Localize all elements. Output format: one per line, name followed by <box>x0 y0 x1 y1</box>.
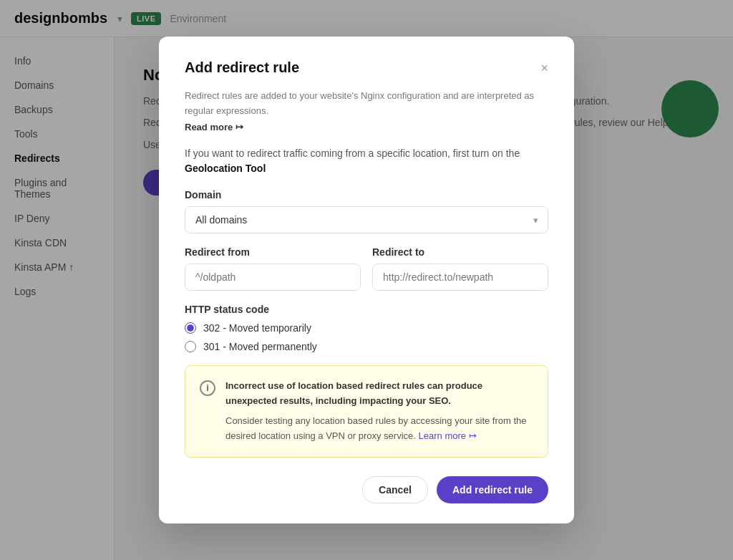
learn-more-link[interactable]: Learn more ↦ <box>419 430 477 441</box>
info-icon: i <box>200 380 215 396</box>
add-redirect-modal: Add redirect rule × Redirect rules are a… <box>159 37 574 523</box>
modal-header: Add redirect rule × <box>185 59 548 76</box>
radio-301[interactable]: 301 - Moved permanently <box>185 341 548 352</box>
modal-close-button[interactable]: × <box>540 62 548 74</box>
redirect-fields-row: Redirect from Redirect to <box>185 246 548 291</box>
modal-info-text: Redirect rules are added to your website… <box>185 89 548 119</box>
http-status-label: HTTP status code <box>185 304 548 315</box>
warning-box: i Incorrect use of location based redire… <box>185 365 548 458</box>
domain-field: Domain All domains ▾ <box>185 189 548 233</box>
redirect-from-label: Redirect from <box>185 246 361 258</box>
radio-302[interactable]: 302 - Moved temporarily <box>185 322 548 334</box>
modal-footer: Cancel Add redirect rule <box>185 470 548 503</box>
redirect-from-input[interactable] <box>185 264 361 291</box>
domain-select-wrapper: All domains ▾ <box>185 206 548 233</box>
http-status-section: HTTP status code 302 - Moved temporarily… <box>185 304 548 352</box>
add-redirect-rule-button[interactable]: Add redirect rule <box>437 476 548 503</box>
modal-overlay: Add redirect rule × Redirect rules are a… <box>0 0 733 560</box>
radio-302-input[interactable] <box>185 322 196 334</box>
cancel-button[interactable]: Cancel <box>362 476 428 503</box>
warning-body: Consider testing any location based rule… <box>225 414 533 444</box>
redirect-to-field: Redirect to <box>372 246 548 291</box>
warning-content: Incorrect use of location based redirect… <box>225 379 533 444</box>
radio-301-label: 301 - Moved permanently <box>203 341 317 352</box>
read-more-arrow-icon: ↦ <box>236 122 243 132</box>
redirect-to-input[interactable] <box>372 264 548 291</box>
modal-info-section: Redirect rules are added to your website… <box>185 89 548 133</box>
learn-more-arrow-icon: ↦ <box>469 430 477 441</box>
geolocation-notice: If you want to redirect traffic coming f… <box>185 146 548 176</box>
redirect-to-label: Redirect to <box>372 246 548 258</box>
redirect-from-field: Redirect from <box>185 246 361 291</box>
read-more-link[interactable]: Read more ↦ <box>185 122 243 132</box>
modal-title: Add redirect rule <box>185 59 299 76</box>
domain-label: Domain <box>185 189 548 201</box>
radio-301-input[interactable] <box>185 341 196 352</box>
domain-select[interactable]: All domains <box>185 206 548 233</box>
radio-302-label: 302 - Moved temporarily <box>203 322 311 334</box>
warning-title: Incorrect use of location based redirect… <box>225 379 533 409</box>
